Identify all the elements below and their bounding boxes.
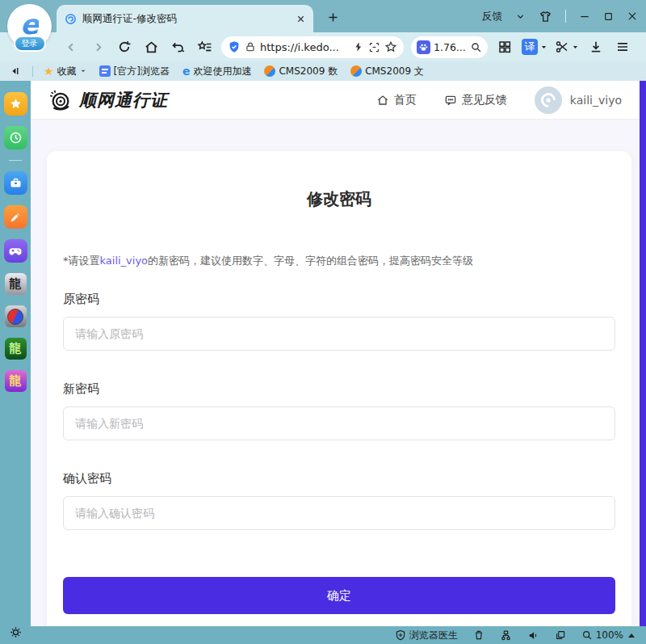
apps-grid-icon bbox=[497, 40, 512, 54]
search-magnifier-icon[interactable] bbox=[470, 41, 482, 53]
browser-logo[interactable]: e 登录 bbox=[7, 4, 52, 48]
chevron-down-icon[interactable] bbox=[515, 11, 526, 22]
submit-button[interactable]: 确定 bbox=[63, 577, 615, 614]
bookmark-item-cms2009-a[interactable]: CMS2009 数 bbox=[260, 63, 342, 79]
scissors-caret-icon bbox=[572, 44, 579, 51]
rail-toolbox-button[interactable] bbox=[4, 171, 27, 195]
menu-button[interactable] bbox=[613, 37, 632, 57]
rail-game-orb[interactable] bbox=[5, 305, 27, 327]
zoom-level-label: 100% bbox=[596, 629, 623, 641]
favorites-menu-button[interactable]: ★ 收藏 bbox=[40, 63, 90, 79]
security-shield-icon[interactable] bbox=[228, 40, 241, 53]
nav-feedback-link[interactable]: 意见反馈 bbox=[444, 93, 507, 107]
address-bar[interactable]: https://i.kedo... bbox=[221, 36, 404, 58]
bookmarks-bar: ★ 收藏 [官方]浏览器 e 欢迎使用加速 CMS2009 数 CMS2009 … bbox=[0, 61, 646, 81]
zoom-arrow-icon[interactable] bbox=[628, 633, 635, 638]
cleaner-button[interactable] bbox=[473, 629, 484, 641]
download-button[interactable] bbox=[586, 37, 606, 57]
browser-tab[interactable]: 顺网通行证-修改密码 bbox=[57, 5, 313, 32]
rail-notes-button[interactable] bbox=[4, 205, 27, 229]
doctor-plus-icon bbox=[395, 629, 406, 641]
sound-button[interactable] bbox=[527, 629, 539, 642]
new-tab-button[interactable] bbox=[323, 7, 342, 27]
tab-close-icon[interactable] bbox=[296, 15, 305, 23]
page-scrollbar[interactable] bbox=[640, 81, 646, 626]
confirm-password-input[interactable] bbox=[63, 496, 615, 530]
bookmark-star-icon[interactable] bbox=[384, 40, 397, 53]
refresh-button[interactable] bbox=[115, 37, 134, 57]
username-label: kaili_viyo bbox=[570, 94, 622, 107]
old-password-label: 原密码 bbox=[63, 292, 615, 307]
sidebar-toggle-button[interactable] bbox=[6, 63, 26, 79]
toolbox-icon bbox=[9, 176, 23, 190]
favorites-star-icon: ★ bbox=[44, 65, 54, 77]
gear-icon bbox=[9, 625, 23, 639]
minimize-icon[interactable] bbox=[579, 11, 590, 22]
home-icon bbox=[376, 94, 389, 107]
old-password-input[interactable] bbox=[63, 317, 615, 351]
brand-logo[interactable]: 顺网通行证 bbox=[48, 88, 168, 112]
pencil-icon bbox=[9, 211, 22, 224]
rail-game-long-green[interactable]: 龍 bbox=[5, 338, 27, 360]
rail-favorites-button[interactable] bbox=[4, 92, 27, 116]
zoom-control[interactable]: 100% bbox=[581, 629, 635, 641]
rail-settings-button[interactable] bbox=[9, 625, 23, 639]
star-list-icon bbox=[197, 40, 212, 55]
bookmark-label: [官方]浏览器 bbox=[114, 65, 170, 78]
page-title: 修改密码 bbox=[63, 188, 615, 210]
maximize-icon[interactable] bbox=[603, 11, 614, 22]
favorites-caret-icon bbox=[80, 68, 86, 74]
download-icon bbox=[589, 40, 603, 54]
bookmark-item-welcome[interactable]: e 欢迎使用加速 bbox=[178, 63, 256, 79]
translate-caret-icon bbox=[540, 44, 547, 51]
translate-button[interactable]: 译 bbox=[522, 37, 547, 57]
bookmark-label: 欢迎使用加速 bbox=[193, 65, 251, 78]
screenshot-scan-icon[interactable] bbox=[368, 41, 380, 53]
sidebar-toggle-icon bbox=[10, 65, 22, 77]
search-query-text[interactable]: 1.76... bbox=[434, 41, 467, 53]
rail-game-long-silver[interactable]: 龍 bbox=[5, 273, 27, 295]
content-column: 顺网通行证 首页 意见反馈 bbox=[31, 81, 646, 644]
multi-window-button[interactable] bbox=[555, 629, 566, 641]
search-box[interactable]: 1.76... bbox=[411, 36, 488, 58]
feedback-button[interactable]: 反馈 bbox=[482, 10, 502, 23]
login-badge[interactable]: 登录 bbox=[14, 36, 46, 52]
back-button[interactable] bbox=[61, 37, 81, 57]
nav-home-link[interactable]: 首页 bbox=[376, 93, 417, 107]
close-window-icon[interactable] bbox=[627, 11, 638, 22]
baidu-search-engine-icon[interactable] bbox=[417, 40, 430, 54]
rail-games-button[interactable] bbox=[4, 239, 27, 263]
titlebar-controls: 反馈 bbox=[482, 0, 638, 32]
zoom-magnifier-icon bbox=[581, 629, 593, 641]
user-chip[interactable]: kaili_viyo bbox=[535, 86, 622, 114]
bookmarks-separator bbox=[32, 66, 33, 77]
bookmark-item-official-browser[interactable]: [官方]浏览器 bbox=[95, 63, 174, 79]
hint-prefix: *请设置 bbox=[63, 255, 100, 267]
favorites-list-button[interactable] bbox=[195, 37, 214, 57]
new-password-input[interactable] bbox=[63, 406, 615, 440]
clock-icon bbox=[9, 131, 23, 145]
speaker-icon bbox=[527, 629, 539, 642]
hint-username: kaili_viyo bbox=[100, 255, 149, 267]
lightning-reading-mode-icon[interactable] bbox=[353, 41, 364, 53]
cleaner-trash-icon bbox=[473, 629, 484, 641]
undo-button[interactable] bbox=[168, 37, 187, 57]
plus-icon bbox=[327, 11, 339, 23]
network-devices-button[interactable] bbox=[500, 629, 512, 642]
tab-favicon-swirl-icon bbox=[65, 13, 77, 25]
lock-icon bbox=[245, 41, 256, 53]
bookmark-item-cms2009-b[interactable]: CMS2009 文 bbox=[346, 63, 428, 79]
bookmark-doc-icon bbox=[99, 65, 111, 77]
forward-button[interactable] bbox=[88, 37, 107, 57]
apps-grid-button[interactable] bbox=[495, 37, 514, 57]
hamburger-menu-icon bbox=[615, 40, 630, 54]
browser-doctor-button[interactable]: 浏览器医生 bbox=[395, 629, 458, 642]
translate-icon: 译 bbox=[522, 39, 538, 55]
url-text[interactable]: https://i.kedo... bbox=[260, 41, 349, 53]
screenshot-scissors-button[interactable] bbox=[555, 37, 579, 57]
avatar[interactable] bbox=[535, 86, 562, 114]
rail-game-long-pink[interactable]: 龍 bbox=[5, 370, 27, 392]
skin-theme-icon[interactable] bbox=[539, 10, 552, 23]
rail-history-button[interactable] bbox=[4, 126, 27, 149]
home-button[interactable] bbox=[141, 37, 161, 57]
